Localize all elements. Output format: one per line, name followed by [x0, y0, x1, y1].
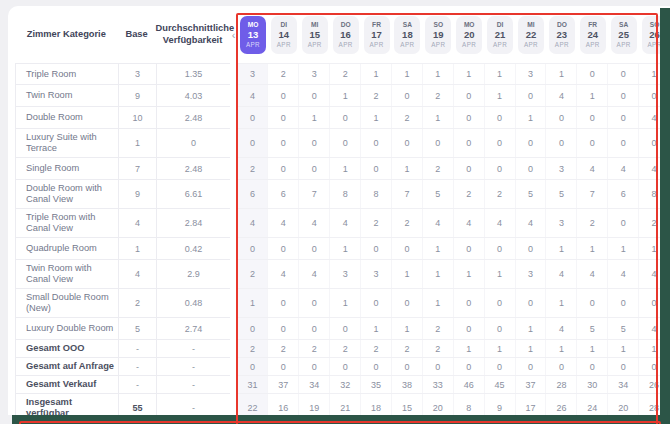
room-category-label: Small Double Room (New) — [16, 289, 119, 317]
availability-cell: 31 — [238, 376, 269, 393]
availability-cell: 28 — [546, 376, 577, 393]
column-gap — [230, 289, 238, 318]
availability-cell: 1 — [454, 64, 485, 84]
base-value: 4 — [119, 260, 157, 288]
availability-cell: 0 — [238, 238, 269, 259]
backdrop-right-edge — [660, 8, 670, 424]
row-left-segment: Twin Room94.03 — [15, 85, 230, 107]
room-category-label: Triple Room — [16, 64, 119, 84]
availability-cell: 0 — [330, 318, 361, 339]
availability-cell: 4 — [268, 209, 299, 237]
availability-cell: 1 — [546, 289, 577, 317]
availability-cell: 7 — [577, 180, 608, 208]
date-chip-di-14[interactable]: DI14APR — [271, 16, 297, 54]
avg-availability-value: 0.42 — [157, 238, 230, 259]
date-chip-di-21[interactable]: DI21APR — [487, 16, 513, 54]
availability-cell: 45 — [485, 376, 516, 393]
availability-cell: 1 — [423, 238, 454, 259]
availability-cell: 0 — [516, 238, 547, 259]
date-chip-mi-15[interactable]: MI15APR — [302, 16, 328, 54]
column-gap — [230, 318, 238, 340]
date-column-header: DO23APR — [546, 16, 577, 54]
date-day-number: 19 — [433, 29, 444, 40]
row-left-segment: Single Room72.48 — [15, 158, 230, 180]
availability-cell: 2 — [423, 340, 454, 357]
date-month: APR — [277, 41, 291, 48]
avg-availability-value: 2.74 — [157, 318, 230, 339]
date-chip-mo-20[interactable]: MO20APR — [456, 16, 482, 54]
column-gap — [230, 129, 238, 158]
availability-cell: 0 — [485, 129, 516, 157]
room-category-label: Twin Room — [16, 85, 119, 106]
availability-cell: 0 — [268, 318, 299, 339]
base-value: - — [119, 340, 157, 357]
availability-cell: 0 — [608, 209, 639, 237]
date-chip-fr-17[interactable]: FR17APR — [364, 16, 390, 54]
availability-cell: 0 — [454, 129, 485, 157]
row-date-segment: 22222221111111 — [238, 340, 670, 358]
row-left-segment: Small Double Room (New)20.48 — [15, 289, 230, 318]
availability-cell: 0 — [299, 318, 330, 339]
availability-cell: 4 — [485, 209, 516, 237]
availability-cell: 4 — [238, 209, 269, 237]
availability-cell: 0 — [238, 107, 269, 128]
availability-cell: 0 — [392, 358, 423, 375]
date-month: APR — [555, 41, 569, 48]
date-weekday: DI — [497, 21, 504, 28]
availability-cell: 0 — [546, 107, 577, 128]
room-category-label: Twin Room with Canal View — [16, 260, 119, 288]
date-chip-sa-25[interactable]: SA25APR — [611, 16, 637, 54]
availability-cell: 0 — [268, 238, 299, 259]
date-chip-sa-18[interactable]: SA18APR — [394, 16, 420, 54]
base-value: 7 — [119, 158, 157, 179]
availability-cell: 1 — [330, 158, 361, 179]
chevron-left-icon[interactable]: ‹ — [230, 30, 238, 40]
availability-cell: 3 — [361, 260, 392, 288]
row-date-segment: 10010010001000 — [238, 289, 670, 318]
base-value: 2 — [119, 289, 157, 317]
availability-cell: 37 — [268, 376, 299, 393]
availability-cell: 33 — [423, 376, 454, 393]
column-gap — [230, 107, 238, 129]
row-left-segment: Double Room102.48 — [15, 107, 230, 129]
availability-cell: 0 — [516, 158, 547, 179]
availability-cell: 3 — [330, 260, 361, 288]
date-weekday: MO — [464, 21, 475, 28]
row-date-segment: 44442244443202 — [238, 209, 670, 238]
row-left-segment: Gesamt Verkauf-- — [15, 376, 230, 394]
availability-cell: 3 — [516, 64, 547, 84]
date-chip-do-16[interactable]: DO16APR — [333, 16, 359, 54]
availability-cell: 0 — [454, 358, 485, 375]
date-column-header: MO20APR — [454, 16, 485, 54]
availability-cell: 0 — [268, 129, 299, 157]
base-value: 4 — [119, 209, 157, 237]
availability-cell: 4 — [546, 318, 577, 339]
date-chip-mi-22[interactable]: MI22APR — [518, 16, 544, 54]
room-category-label: Quadruple Room — [16, 238, 119, 259]
date-month: APR — [400, 41, 414, 48]
availability-cell: 1 — [546, 238, 577, 259]
avg-availability-value: 2.9 — [157, 260, 230, 288]
availability-cell: 0 — [546, 129, 577, 157]
availability-cell: 0 — [485, 158, 516, 179]
date-column-header: DI14APR — [268, 16, 299, 54]
availability-cell: 0 — [577, 64, 608, 84]
availability-cell: 1 — [546, 340, 577, 357]
availability-cell: 2 — [423, 318, 454, 339]
availability-cell: 0 — [392, 85, 423, 106]
availability-cell: 2 — [485, 180, 516, 208]
availability-cell: 2 — [423, 85, 454, 106]
base-value: 9 — [119, 85, 157, 106]
date-chip-mo-13[interactable]: MO13APR — [240, 16, 266, 54]
availability-cell: 1 — [546, 64, 577, 84]
date-chip-so-19[interactable]: SO19APR — [425, 16, 451, 54]
row-date-segment: 3137343235383346453728303426 — [238, 376, 670, 394]
table-row: Quadruple Room10.4200010010001111 — [15, 238, 670, 260]
date-chip-do-23[interactable]: DO23APR — [549, 16, 575, 54]
availability-cell: 1 — [330, 85, 361, 106]
availability-cell: 1 — [608, 340, 639, 357]
row-date-segment: 00000000000000 — [238, 358, 670, 376]
room-category-label: Double Room — [16, 107, 119, 128]
date-chip-fr-24[interactable]: FR24APR — [580, 16, 606, 54]
availability-cell: 0 — [330, 129, 361, 157]
